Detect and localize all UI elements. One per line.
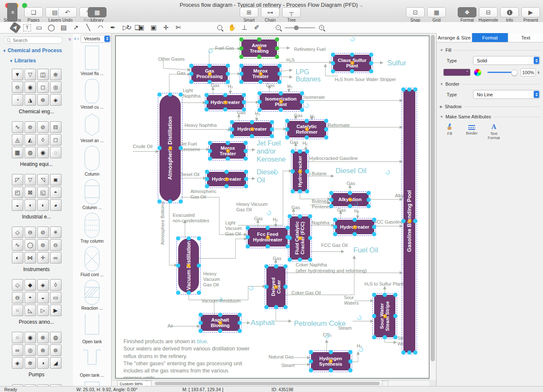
library-shape-tile[interactable]: ▼ <box>12 69 23 80</box>
selection-handle[interactable] <box>226 64 230 68</box>
library-shape-tile[interactable]: ◱ <box>37 187 49 198</box>
library-shape-tile[interactable]: ⊜ <box>25 121 36 133</box>
library-shape-tile[interactable]: ▭ <box>50 292 62 303</box>
selection-handle[interactable] <box>308 214 312 218</box>
selection-handle[interactable] <box>199 329 203 333</box>
reshape-tool[interactable]: ↻ <box>125 23 133 32</box>
process-block-asphalt-blowing[interactable]: Asphalt BlowingT <box>201 315 240 331</box>
selection-handle[interactable] <box>283 264 288 269</box>
selection-handle[interactable] <box>197 236 201 241</box>
selection-handle[interactable] <box>218 329 222 333</box>
process-block-delayed-coker[interactable]: Delayed CokerT <box>266 266 285 307</box>
process-block-gas-processing[interactable]: Gas ProcessingT <box>191 66 228 82</box>
selection-handle[interactable] <box>305 189 309 193</box>
library-shape-tile[interactable]: ◒ <box>37 292 49 303</box>
selection-handle[interactable] <box>331 69 335 73</box>
undo-button[interactable]: ↶Undo <box>58 7 77 22</box>
library-shape-tile[interactable]: ⊗ <box>37 332 49 343</box>
selection-handle[interactable] <box>274 264 278 269</box>
library-shape-tile[interactable]: ◈ <box>50 94 62 106</box>
selection-handle[interactable] <box>291 149 295 154</box>
selection-handle[interactable] <box>208 149 212 153</box>
tab-arrange-size[interactable]: Arrange & Size <box>437 33 472 42</box>
selection-handle[interactable] <box>367 204 371 208</box>
disclosure-triangle-icon[interactable]: ▼ <box>440 115 443 119</box>
selection-handle[interactable] <box>300 91 304 95</box>
info-button[interactable]: iInfo <box>500 7 519 22</box>
selection-handle[interactable] <box>324 127 328 132</box>
selection-handle[interactable] <box>288 236 292 240</box>
line-tool[interactable]: ╲ <box>84 23 92 32</box>
library-shape-tile[interactable]: ◰ <box>12 187 23 198</box>
tab-text[interactable]: Text <box>508 33 543 42</box>
shape-item[interactable]: Fluid cont ... <box>73 246 111 277</box>
process-block-claus-sulfur-plant[interactable]: Claus Sulfur PlantT <box>333 55 371 71</box>
border-type-select[interactable]: No Line <box>473 90 540 99</box>
stepper-icon[interactable] <box>534 91 539 98</box>
selection-handle[interactable] <box>413 350 417 355</box>
search-field[interactable] <box>3 36 63 44</box>
selection-handle[interactable] <box>230 120 234 124</box>
selection-handle[interactable] <box>283 285 288 289</box>
selection-handle[interactable] <box>226 141 230 145</box>
text-block-tool[interactable]: ▤ <box>59 23 68 32</box>
selection-handle[interactable] <box>242 107 246 112</box>
rectangle-tool[interactable]: ▭ <box>35 23 43 32</box>
library-shape-tile[interactable]: ◢ <box>50 357 62 369</box>
selection-handle[interactable] <box>257 55 261 59</box>
selection-handle[interactable] <box>205 177 209 181</box>
library-shape-tile[interactable]: ◹ <box>37 174 49 185</box>
process-block-hydrocracker[interactable]: HydrocrackerT <box>293 151 307 191</box>
selection-handle[interactable] <box>218 313 222 317</box>
library-shape-tile[interactable]: ◒ <box>12 199 23 211</box>
selection-handle[interactable] <box>246 244 250 249</box>
library-shape-tile[interactable]: ◔ <box>12 94 23 106</box>
selection-handle[interactable] <box>157 92 162 97</box>
zoom-level-select[interactable]: Custom 98%⌃⌄ <box>117 381 151 386</box>
selection-handle[interactable] <box>239 37 244 42</box>
selection-handle[interactable] <box>239 64 244 68</box>
shape-item[interactable] <box>73 380 111 386</box>
selection-handle[interactable] <box>393 314 397 318</box>
opacity-slider-knob[interactable] <box>511 70 518 76</box>
selection-handle[interactable] <box>157 146 162 150</box>
selection-handle[interactable] <box>309 368 313 372</box>
library-shape-tile[interactable]: ◻ <box>50 134 62 146</box>
title-menu-icon[interactable]: ⌄ <box>359 3 363 8</box>
canvas-page[interactable]: Fuel GasOther GasesGasRefinetery FuelH₂S… <box>115 36 429 378</box>
selection-handle[interactable] <box>333 225 337 229</box>
selection-handle[interactable] <box>226 72 230 76</box>
selection-handle[interactable] <box>224 170 229 174</box>
selection-handle[interactable] <box>333 218 337 222</box>
selection-handle[interactable] <box>350 53 354 57</box>
selection-handle[interactable] <box>393 335 397 339</box>
fill-section-header[interactable]: ▼ Fill <box>440 48 540 53</box>
selection-handle[interactable] <box>348 368 353 372</box>
library-shape-tile[interactable]: ◙ <box>50 174 62 185</box>
library-shape-tile[interactable]: ◓ <box>25 292 36 303</box>
selection-handle[interactable] <box>239 46 244 50</box>
selection-handle[interactable] <box>305 119 309 123</box>
selection-handle[interactable] <box>277 64 282 68</box>
selection-handle[interactable] <box>401 219 406 223</box>
selection-handle[interactable] <box>258 100 262 104</box>
eyedropper-tool[interactable]: ✐ <box>252 23 261 32</box>
arc-tool[interactable]: ◠ <box>96 23 105 32</box>
library-shape-tile[interactable]: ◎ <box>25 344 36 356</box>
library-shape-tile[interactable]: ▶ <box>50 305 62 316</box>
selection-handle[interactable] <box>329 368 333 372</box>
library-shape-tile[interactable]: ◕ <box>50 199 62 211</box>
selection-handle[interactable] <box>324 119 328 123</box>
selection-handle[interactable] <box>270 120 274 124</box>
selection-handle[interactable] <box>205 170 209 174</box>
selection-handle[interactable] <box>413 87 417 92</box>
library-shape-tile[interactable]: ◍ <box>50 332 62 343</box>
selection-handle[interactable] <box>179 199 183 204</box>
selection-handle[interactable] <box>283 305 288 309</box>
selection-handle[interactable] <box>372 335 376 339</box>
library-shape-tile[interactable]: ⊠ <box>25 187 36 198</box>
ellipse-tool[interactable]: ◯ <box>47 23 56 32</box>
selection-handle[interactable] <box>279 108 283 112</box>
shape-item[interactable]: Vessel cu ... <box>73 78 111 109</box>
selection-handle[interactable] <box>264 305 269 309</box>
